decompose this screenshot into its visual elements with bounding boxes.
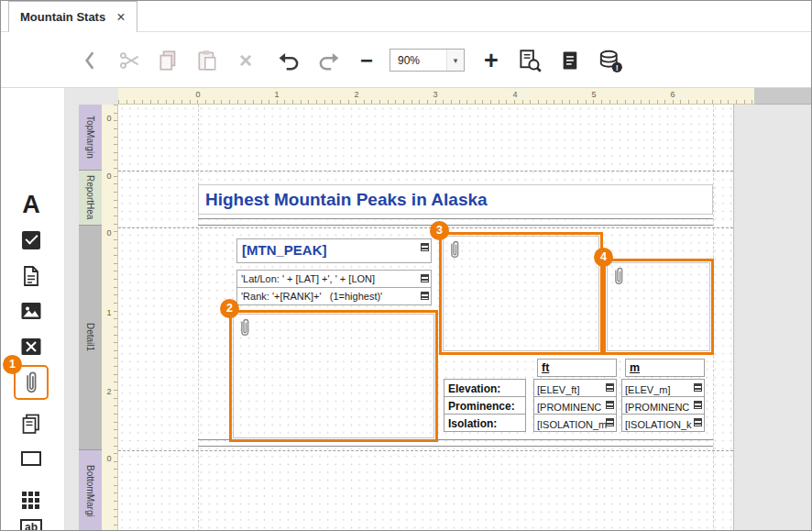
preview-button[interactable] bbox=[514, 45, 545, 76]
pages-icon bbox=[20, 413, 42, 435]
zoom-level-select[interactable]: 90% ▾ bbox=[390, 49, 465, 72]
table-header-m[interactable]: m bbox=[625, 359, 705, 377]
page-setup-button[interactable] bbox=[554, 45, 586, 76]
double-line-bottom[interactable] bbox=[198, 446, 713, 447]
report-title-text: Highest Mountain Peaks in Alaska bbox=[199, 190, 488, 210]
table-cell-m[interactable]: [ISOLATION_k bbox=[621, 414, 705, 432]
double-line-top[interactable] bbox=[198, 225, 713, 226]
latlon-expression: 'Lat/Lon: ' + [LAT] +', ' + [LON] bbox=[237, 271, 431, 284]
chevron-down-icon[interactable]: ▾ bbox=[446, 50, 464, 71]
step-badge-3: 3 bbox=[430, 221, 449, 240]
band-header-bottommargin[interactable]: BottomMargi bbox=[79, 450, 102, 531]
copy-button[interactable] bbox=[153, 45, 184, 76]
minus-icon: − bbox=[360, 50, 373, 72]
table-cell-ft[interactable]: [ISOLATION_m bbox=[533, 414, 617, 432]
design-canvas: 0 1 2 3 4 5 6 0 0 0 1 2 0 TopMargin Repo… bbox=[65, 88, 812, 531]
mtn-peak-textbox[interactable]: [MTN_PEAK] bbox=[236, 238, 432, 263]
rich-text-tool[interactable] bbox=[1, 265, 61, 287]
data-field-icon bbox=[421, 274, 429, 282]
delete-x-icon: × bbox=[239, 50, 252, 72]
image-tool[interactable] bbox=[1, 301, 61, 321]
shape-rectangle-tool[interactable] bbox=[1, 451, 61, 466]
v-ruler-number: 2 bbox=[102, 387, 116, 396]
checkbox-tool[interactable] bbox=[1, 231, 61, 249]
double-line-bottom[interactable] bbox=[198, 439, 713, 440]
data-validation-button[interactable]: ! bbox=[595, 45, 626, 76]
double-line-top[interactable] bbox=[198, 218, 713, 219]
zoom-out-button[interactable]: − bbox=[351, 45, 382, 76]
back-button[interactable] bbox=[74, 45, 105, 76]
table-row-label[interactable]: Elevation: bbox=[444, 379, 526, 397]
step-badge-1: 1 bbox=[3, 355, 22, 374]
delete-button[interactable]: × bbox=[230, 45, 261, 76]
picture-frame-3[interactable]: 3 bbox=[439, 232, 603, 355]
rank-expression: 'Rank: '+[RANK]+' (1=highest)' bbox=[237, 288, 431, 302]
band-header-detail1[interactable]: Detail1 bbox=[79, 226, 102, 450]
latlon-textbox[interactable]: 'Lat/Lon: ' + [LAT] +', ' + [LON] bbox=[236, 270, 432, 288]
band-separator bbox=[118, 450, 733, 451]
data-field-icon bbox=[606, 401, 614, 409]
data-field-icon bbox=[606, 418, 614, 426]
tab-mountain-stats[interactable]: Mountain Stats × bbox=[8, 1, 137, 32]
cut-button[interactable] bbox=[115, 45, 146, 76]
step-badge-2: 2 bbox=[220, 299, 239, 318]
subreport-tool[interactable] bbox=[1, 413, 61, 435]
scissors-icon bbox=[118, 49, 142, 72]
redo-arrow-icon bbox=[316, 49, 340, 72]
report-page[interactable]: Highest Mountain Peaks in Alaska [MTN_PE… bbox=[118, 105, 734, 531]
data-field-icon bbox=[421, 243, 429, 251]
picture-x-icon bbox=[20, 337, 42, 357]
table-cell-ft[interactable]: [ELEV_ft] bbox=[533, 379, 617, 397]
report-title-textbox[interactable]: Highest Mountain Peaks in Alaska bbox=[198, 184, 713, 215]
clipboard-paste-icon bbox=[195, 49, 219, 72]
table-row-label[interactable]: Prominence: bbox=[444, 396, 526, 415]
v-ruler-number: 0 bbox=[102, 454, 116, 463]
band-label: BottomMargi bbox=[85, 465, 95, 517]
h-ruler-number: 3 bbox=[427, 90, 444, 99]
tab-title: Mountain Stats bbox=[20, 10, 105, 24]
redo-button[interactable] bbox=[313, 45, 344, 76]
text-tool[interactable]: A bbox=[1, 191, 61, 219]
table-cell-ft[interactable]: [PROMINENC bbox=[533, 396, 617, 415]
image-broken-tool[interactable] bbox=[1, 337, 61, 357]
tab-close-icon[interactable]: × bbox=[116, 10, 125, 25]
undo-button[interactable] bbox=[274, 45, 305, 76]
band-header-reportheader[interactable]: ReportHea bbox=[79, 171, 102, 226]
cell-expression: [ISOLATION_k bbox=[622, 415, 703, 430]
database-warning-icon: ! bbox=[598, 49, 623, 73]
table-header-ft[interactable]: ft bbox=[537, 359, 617, 377]
zoom-value: 90% bbox=[390, 54, 446, 67]
picture-frame-2[interactable]: 2 bbox=[229, 310, 438, 442]
v-ruler-number: 0 bbox=[102, 171, 116, 181]
zoom-in-button[interactable]: + bbox=[476, 45, 507, 76]
cell-expression: [PROMINENC bbox=[622, 398, 700, 413]
picture-frame-4[interactable]: 4 bbox=[603, 259, 714, 355]
page-magnifier-icon bbox=[518, 49, 543, 73]
chevron-left-icon bbox=[83, 50, 96, 71]
label-tool[interactable]: ab bbox=[1, 519, 61, 531]
table-cell-m[interactable]: [ELEV_m] bbox=[621, 379, 705, 397]
cell-expression: [PROMINENC bbox=[534, 398, 612, 413]
data-field-icon bbox=[421, 292, 429, 300]
band-header-topmargin[interactable]: TopMargin bbox=[79, 105, 102, 171]
cell-expression: [ELEV_m] bbox=[622, 381, 682, 395]
paperclip-icon bbox=[447, 238, 462, 260]
h-ruler-number: 1 bbox=[269, 90, 285, 99]
data-field-icon bbox=[606, 383, 614, 392]
rank-textbox[interactable]: 'Rank: '+[RANK]+' (1=highest)' bbox=[236, 287, 432, 305]
data-field-icon bbox=[694, 418, 702, 426]
paste-button[interactable] bbox=[192, 45, 223, 76]
table-tool[interactable] bbox=[1, 484, 61, 503]
table-cell-m[interactable]: [PROMINENC bbox=[621, 396, 705, 415]
ab-label-icon: ab bbox=[20, 519, 42, 531]
data-field-icon bbox=[694, 401, 702, 409]
band-label: Detail1 bbox=[85, 323, 95, 351]
left-margin-guide bbox=[198, 105, 199, 531]
h-ruler-number: 5 bbox=[586, 90, 602, 99]
paperclip-icon bbox=[237, 316, 252, 338]
rectangle-icon bbox=[21, 451, 41, 466]
main-toolbar: × − 90% ▾ + bbox=[1, 32, 811, 88]
h-ruler-number: 0 bbox=[190, 90, 206, 99]
v-ruler-number: 0 bbox=[102, 228, 116, 238]
table-row-label[interactable]: Isolation: bbox=[444, 414, 526, 432]
